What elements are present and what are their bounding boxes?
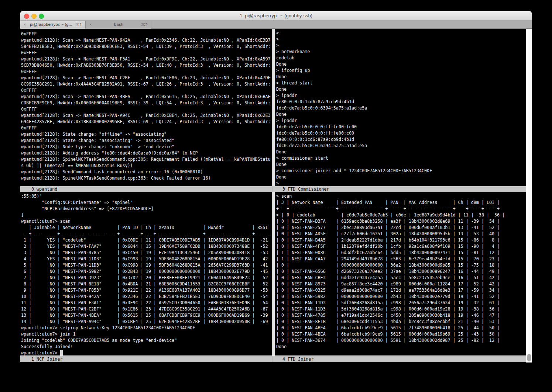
pane-title-ftd-joiner: 4 FTD Joiner (282, 356, 313, 362)
tab-ssh-session[interactable]: × pi@raspberrypi: ~ (g... ⌘1 (20, 21, 86, 29)
ftd-commissioner-output: > > > > networkname codelab Done > ifcon… (276, 30, 432, 186)
pane-title-bar-bottom-row: 1 NCP Joiner 4 FTD Joiner (20, 355, 526, 362)
ncp-joiner-output: :55:05)" "Config:NCP:DriverName" => "spi… (21, 193, 271, 355)
terminal-cursor (60, 350, 63, 355)
pane-title-ftd-commissioner: 3 FTD Commissioner (282, 186, 329, 192)
pane-wpantund[interactable]: 0xFFFF wpantund[2128]: Scan -> Name:NEST… (20, 29, 272, 186)
pane-title-wpantund: 0 wpantund (31, 186, 57, 192)
tmux-pane-divider[interactable] (272, 29, 275, 361)
pane-title-ncp-joiner: 1 NCP Joiner (31, 356, 62, 362)
pane-ftd-commissioner[interactable]: > > > > networkname codelab Done > ifcon… (275, 29, 526, 186)
terminal-window: 1. pi@raspberrypi: ~ (gnubby-ssh) × pi@r… (20, 11, 532, 362)
tab-bash[interactable]: × bash ⌘2 (86, 21, 151, 29)
pane-ncp-joiner[interactable]: :55:05)" "Config:NCP:DriverName" => "spi… (20, 192, 272, 355)
tab-shortcut: ⌘1 (75, 22, 82, 27)
tab-close-icon[interactable]: × (24, 22, 26, 27)
window-title-bar[interactable]: 1. pi@raspberrypi: ~ (gnubby-ssh) (20, 11, 532, 21)
pane-bar-seam (272, 356, 272, 362)
scrollbar-track[interactable] (526, 29, 532, 362)
window-title: 1. pi@raspberrypi: ~ (gnubby-ssh) (20, 13, 532, 18)
pane-ftd-joiner[interactable]: > scan | J | Network Name | Extended PAN… (275, 192, 526, 355)
tab-shortcut: ⌘2 (141, 22, 148, 27)
desktop-background: 1. pi@raspberrypi: ~ (gnubby-ssh) × pi@r… (0, 0, 552, 392)
terminal-content: 0xFFFF wpantund[2128]: Scan -> Name:NEST… (20, 29, 532, 362)
pane-title-bar-top-row: 0 wpantund 3 FTD Commissioner (20, 186, 526, 192)
pane-bar-seam (272, 186, 272, 192)
wpantund-log-output: 0xFFFF wpantund[2128]: Scan -> Name:NEST… (21, 31, 271, 181)
ftd-joiner-output: > scan | J | Network Name | Extended PAN… (276, 193, 505, 350)
tab-label: pi@raspberrypi: ~ (g... (30, 22, 72, 27)
scrollbar-thumb[interactable] (527, 354, 531, 361)
tab-bar: × pi@raspberrypi: ~ (g... ⌘1 × bash ⌘2 (20, 21, 532, 29)
